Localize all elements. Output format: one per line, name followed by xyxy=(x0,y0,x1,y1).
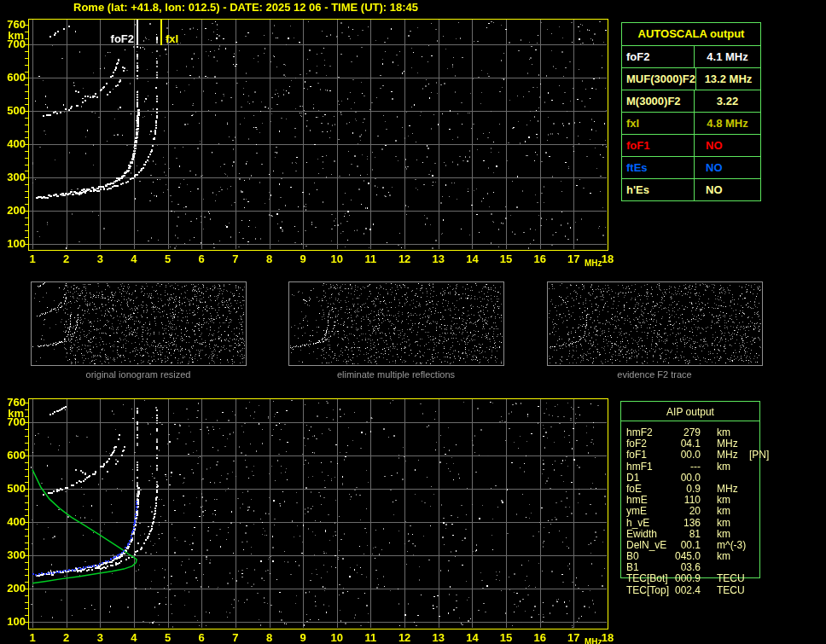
autoscala-param-value: NO xyxy=(695,179,760,200)
aip-param-value: 20 xyxy=(671,506,701,517)
aip-param-label: Ewidth xyxy=(621,529,671,540)
aip-param-unit: km xyxy=(717,506,747,517)
autoscala-row: fxI4.8 MHz xyxy=(622,113,760,135)
thumbnail-caption-eliminate: eliminate multiple reflections xyxy=(288,369,503,380)
aip-row: TEC[Top]002.4TECU xyxy=(621,585,759,596)
aip-param-unit: TECU xyxy=(717,573,747,584)
aip-output-table: AIP output hmF2279kmfoF204.1MHzfoF100.0M… xyxy=(620,401,760,578)
autoscala-row: foF24.1 MHz xyxy=(622,46,760,68)
autoscala-param-label: ftEs xyxy=(622,157,695,178)
autoscala-param-value: 4.1 MHz xyxy=(695,46,760,67)
aip-table-header: AIP output xyxy=(621,402,759,421)
autoscala-param-value: 13.2 MHz xyxy=(696,68,760,90)
aip-param-value: 000.9 xyxy=(671,573,701,584)
aip-param-value: 81 xyxy=(671,529,701,540)
aip-param-unit: km xyxy=(717,529,747,540)
autoscala-table-rows: foF24.1 MHzMUF(3000)F213.2 MHzM(3000)F23… xyxy=(622,46,760,200)
aip-param-label: foF1 xyxy=(621,450,671,461)
aip-row: Ewidth81km xyxy=(621,529,759,540)
aip-row: foF100.0MHz[PN] xyxy=(621,450,759,461)
aip-param-unit: km xyxy=(717,518,747,529)
autoscala-row: MUF(3000)F213.2 MHz xyxy=(622,68,760,90)
aip-param-unit: TECU xyxy=(717,585,747,596)
autoscala-table-header: AUTOSCALA output xyxy=(622,23,760,46)
autoscala-param-value: NO xyxy=(695,157,760,178)
page-title: Rome (lat: +41.8, lon: 012.5) - DATE: 20… xyxy=(0,1,492,14)
autoscala-param-label: foF1 xyxy=(622,135,695,156)
autoscala-output-window: Rome (lat: +41.8, lon: 012.5) - DATE: 20… xyxy=(0,0,826,644)
aip-table-rows: hmF2279kmfoF204.1MHzfoF100.0MHz[PN]hmF1-… xyxy=(621,427,759,596)
aip-param-label: h_vE xyxy=(621,518,671,529)
autoscala-row: M(3000)F23.22 xyxy=(622,90,760,113)
aip-row: hmF1---km xyxy=(621,461,759,473)
autoscala-param-label: h'Es xyxy=(622,179,695,200)
autoscala-output-table: AUTOSCALA output foF24.1 MHzMUF(3000)F21… xyxy=(621,22,761,201)
autoscala-param-label: MUF(3000)F2 xyxy=(622,68,696,90)
thumbnail-caption-original: original ionogram resized xyxy=(31,369,246,380)
aip-param-value: 00.0 xyxy=(671,450,701,461)
aip-row: TEC[Bot]000.9TECU xyxy=(621,573,759,584)
autoscala-param-label: foF2 xyxy=(622,46,695,67)
aip-param-unit: MHz xyxy=(717,450,747,461)
thumbnail-caption-evidence: evidence F2 trace xyxy=(547,369,762,380)
aip-param-unit: km xyxy=(717,461,747,473)
aip-row: D100.0 xyxy=(621,473,759,484)
aip-param-label: TEC[Bot] xyxy=(621,573,671,584)
autoscala-param-label: M(3000)F2 xyxy=(622,90,695,112)
autoscala-row: foF1NO xyxy=(622,135,760,157)
autoscala-param-value: 4.8 MHz xyxy=(695,113,760,134)
autoscala-param-value: NO xyxy=(695,135,760,156)
autoscala-param-value: 3.22 xyxy=(695,90,760,112)
aip-param-unit: km xyxy=(717,551,747,562)
aip-row: ymE20km xyxy=(621,506,759,517)
aip-param-value: 00.0 xyxy=(671,473,701,484)
aip-param-unit xyxy=(717,473,747,484)
aip-param-value: --- xyxy=(671,461,701,473)
aip-param-label: ymE xyxy=(621,506,671,517)
aip-param-label: hmF1 xyxy=(621,461,671,473)
autoscala-param-label: fxI xyxy=(622,113,695,134)
autoscala-row: h'EsNO xyxy=(622,179,760,200)
aip-row: h_vE136km xyxy=(621,518,759,529)
autoscala-row: ftEsNO xyxy=(622,157,760,179)
aip-param-label: D1 xyxy=(621,473,671,484)
aip-param-value: 136 xyxy=(671,518,701,529)
aip-param-extra: [PN] xyxy=(749,450,775,461)
aip-param-label: TEC[Top] xyxy=(621,585,671,596)
aip-param-value: 002.4 xyxy=(671,585,701,596)
